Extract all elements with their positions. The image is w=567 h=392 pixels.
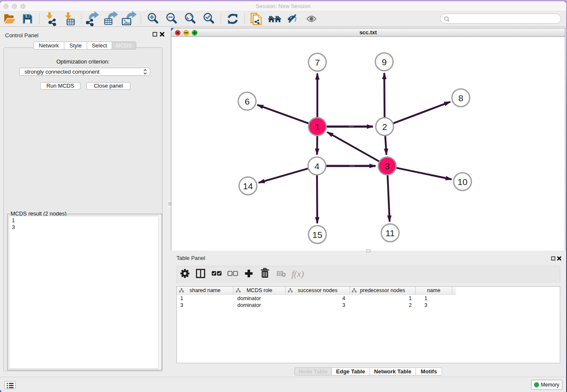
- svg-text:11: 11: [385, 228, 395, 238]
- svg-text:3: 3: [385, 161, 390, 171]
- svg-text:10: 10: [457, 177, 467, 187]
- svg-text:2: 2: [382, 122, 387, 132]
- svg-text:4: 4: [314, 161, 319, 171]
- svg-text:1: 1: [315, 122, 320, 132]
- svg-text:8: 8: [458, 93, 463, 103]
- svg-text:9: 9: [382, 57, 387, 67]
- svg-text:f(x): f(x): [292, 269, 304, 279]
- svg-text:6: 6: [245, 97, 250, 106]
- svg-text:14: 14: [243, 181, 253, 191]
- svg-text:7: 7: [315, 58, 320, 67]
- svg-text:15: 15: [312, 230, 322, 240]
